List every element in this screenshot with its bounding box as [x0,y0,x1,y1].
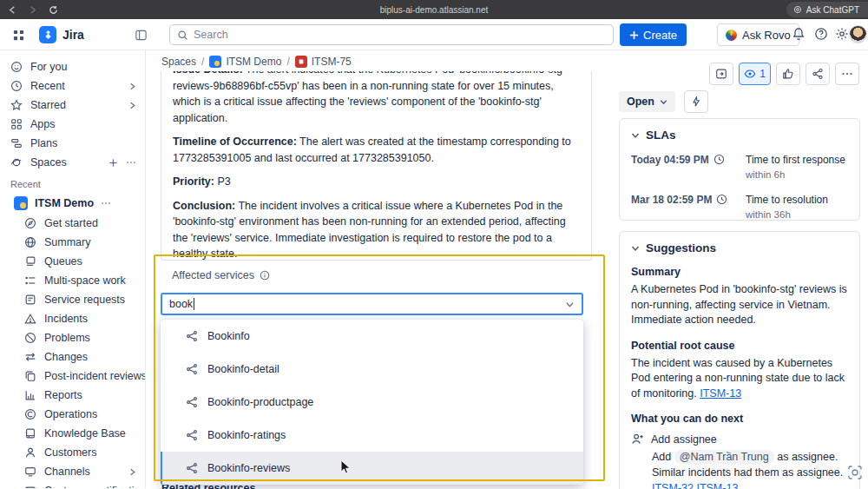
dropdown-option-bookinfo-detail[interactable]: Bookinfo-detail [161,353,583,386]
app-title: Jira [62,28,84,42]
copy-doc-icon [24,370,36,382]
sidebar-item-starred[interactable]: Starred [0,96,145,115]
breadcrumb: Spaces / ITSM Demo / ITSM-75 [161,56,352,68]
issue-details-paragraph: Issue Details: The alert indicates that … [173,71,580,126]
user-mention[interactable]: @Nam Trần Trung [674,450,774,464]
more-icon[interactable] [101,198,111,208]
chevron-right-icon [128,102,136,109]
sidebar-item-reports[interactable]: Reports [0,386,145,405]
sidebar-item-operations[interactable]: Operations [0,405,145,424]
chevron-right-icon [128,468,136,476]
apps-grid-icon [10,118,23,130]
project-icon [14,196,28,210]
collapse-sidebar-icon[interactable] [135,29,148,42]
breadcrumb-issue[interactable]: ITSM-75 [295,56,352,68]
notifications-bell-icon[interactable] [792,27,806,41]
app-switcher-icon[interactable] [12,29,25,42]
more-actions-button[interactable] [835,63,859,85]
rovo-icon [726,30,737,41]
sidebar-item-customers[interactable]: Customers [0,443,145,462]
form-icon [24,294,36,306]
sla-deadline: Today 04:59 PM [631,154,746,182]
dropdown-option-bookinfo-ratings[interactable]: Bookinfo-ratings [161,419,583,452]
sidebar-item-queues[interactable]: Queues [0,252,145,271]
sla-target: within 6h [746,169,845,182]
more-icon[interactable] [126,157,136,168]
spaces-planet-icon [10,156,23,169]
ask-rovo-button[interactable]: Ask Rovo [717,23,799,46]
dropdown-option-bookinfo-productpage[interactable]: Bookinfo-productpage [161,386,583,419]
envelope-icon [24,485,36,488]
clock-icon [10,80,23,92]
global-search[interactable] [169,24,614,45]
jira-logo[interactable] [39,26,56,43]
screen-capture-icon[interactable] [847,465,863,480]
sidebar-item-multi-space-work[interactable]: Multi-space work [0,271,145,290]
star-icon [10,99,23,111]
sidebar-item-incidents[interactable]: Incidents [0,309,145,328]
sidebar-project-itsm-demo[interactable]: ITSM Demo [0,193,145,214]
user-avatar[interactable] [849,25,867,43]
operations-icon [24,408,36,420]
search-input[interactable] [194,29,606,41]
sidebar-item-problems[interactable]: Problems [0,328,145,347]
sidebar-item-for-you[interactable]: For you [0,57,145,76]
ask-chatgpt-button[interactable]: Ask ChatGPT [786,2,868,17]
share-button[interactable] [806,63,830,85]
sidebar-item-knowledge-base[interactable]: Knowledge Base [0,424,145,443]
sidebar-item-apps[interactable]: Apps [0,115,145,134]
slas-header[interactable]: SLAs [631,129,848,142]
watchers-count: 1 [760,68,766,80]
affected-services-label: Affected services [172,269,270,281]
sidebar-item-summary[interactable]: Summary [0,233,145,252]
breadcrumb-project[interactable]: ITSM Demo [209,56,281,68]
plans-icon [10,137,23,149]
globe-icon [24,236,36,248]
sidebar-item-customer-notifications[interactable]: Customer notifications [0,481,145,488]
dropdown-option-bookinfo[interactable]: Bookinfo [161,320,583,353]
queues-icon [24,255,36,268]
feedback-button[interactable] [709,63,733,85]
suggestions-header[interactable]: Suggestions [631,241,848,254]
info-icon[interactable] [260,270,270,281]
chevron-right-icon [128,83,136,90]
sidebar-item-get-started[interactable]: Get started [0,214,145,233]
create-button[interactable]: Create [620,23,687,46]
root-cause-heading: Potential root cause [631,340,848,352]
issue-side-panel: 1 Open SLAs Today 04:59 PM [608,50,868,488]
affected-services-input[interactable]: book [161,293,583,315]
like-button[interactable] [776,63,800,85]
breadcrumb-spaces[interactable]: Spaces [161,56,196,68]
swap-arrows-icon [24,351,36,363]
dropdown-option-bookinfo-reviews[interactable]: Bookinfo-reviews [161,452,583,485]
sidebar-item-spaces[interactable]: Spaces [0,153,145,172]
chevron-down-icon [631,131,640,140]
priority-paragraph: Priority: P3 [173,174,580,190]
sidebar-item-post-incident-reviews[interactable]: Post-incident reviews [0,367,145,386]
slas-card: SLAs Today 04:59 PM Time to first respon… [619,118,860,221]
url-bar[interactable]: biplus-ai-demo.atlassian.net [0,5,868,15]
sidebar-item-channels[interactable]: Channels [0,462,145,481]
sla-name: Time to resolution [746,194,828,207]
add-icon[interactable] [108,158,118,168]
affected-services-dropdown: Bookinfo Bookinfo-detail Bookinfo-produc… [161,320,583,485]
sidebar-item-service-requests[interactable]: Service requests [0,290,145,309]
service-icon [186,396,198,408]
chevron-down-icon[interactable] [565,300,575,309]
monitor-icon [24,466,36,478]
sidebar-item-changes[interactable]: Changes [0,347,145,367]
help-icon[interactable] [814,27,828,41]
issue-link-itsm-32[interactable]: ITSM-32 [652,482,694,489]
status-dropdown[interactable]: Open [619,91,675,112]
watchers-button[interactable]: 1 [739,63,771,85]
suggestions-card: Suggestions Summary A Kubernetes Pod in … [619,231,860,489]
issue-link-itsm-13[interactable]: ITSM-13 [696,482,738,489]
sla-row: Mar 18 02:59 PM Time to resolution withi… [631,194,848,221]
sidebar-item-plans[interactable]: Plans [0,134,145,153]
settings-gear-icon[interactable] [835,27,849,41]
issue-link-itsm-13[interactable]: ITSM-13 [700,387,741,400]
plus-icon [629,30,639,40]
sidebar-item-recent[interactable]: Recent [0,76,145,96]
summary-heading: Summary [631,266,848,278]
automation-bolt-button[interactable] [684,90,708,113]
